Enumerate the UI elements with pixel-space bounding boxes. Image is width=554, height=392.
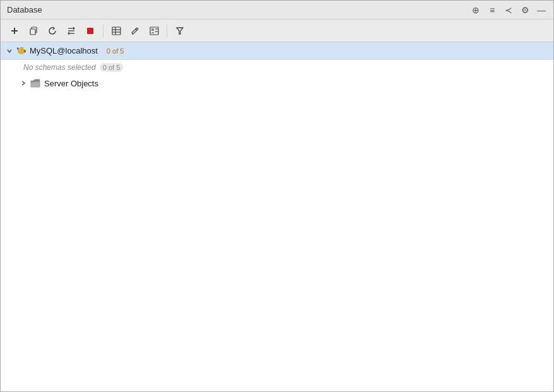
svg-rect-7 xyxy=(87,28,93,34)
toolbar xyxy=(1,20,553,42)
refresh-icon xyxy=(48,26,57,35)
svg-rect-16 xyxy=(155,28,158,30)
no-schemas-row: No schemas selected 0 of 5 xyxy=(1,60,553,75)
svg-marker-18 xyxy=(177,28,183,34)
copy-icon xyxy=(29,26,38,35)
title-bar-left: Database xyxy=(7,5,42,14)
toolbar-separator-1 xyxy=(103,25,103,37)
globe-icon[interactable]: ⊕ xyxy=(470,4,481,16)
server-objects-label: Server Objects xyxy=(44,79,98,88)
table-button[interactable] xyxy=(107,23,125,39)
database-window: Database ⊕ ≡ ≺ ⚙ — xyxy=(0,0,554,392)
table-icon xyxy=(112,26,121,35)
view-button[interactable] xyxy=(145,23,163,39)
no-schemas-text: No schemas selected xyxy=(23,63,96,72)
window-title: Database xyxy=(7,5,42,14)
connection-badge: 0 of 5 xyxy=(103,47,128,55)
filter-icon xyxy=(175,26,184,35)
add-button[interactable] xyxy=(6,23,23,39)
tree-root: MySQL@localhost 0 of 5 No schemas select… xyxy=(1,42,553,91)
settings-icon[interactable]: ⚙ xyxy=(519,4,531,16)
svg-rect-15 xyxy=(151,32,154,33)
refresh-button[interactable] xyxy=(44,23,61,39)
edit-icon xyxy=(131,26,139,35)
filter-button[interactable] xyxy=(171,23,189,39)
folder-icon xyxy=(30,78,41,88)
filter-lines-icon[interactable]: ≺ xyxy=(503,4,514,16)
minimize-icon[interactable]: — xyxy=(536,4,547,16)
no-schemas-badge: 0 of 5 xyxy=(100,63,124,72)
add-icon xyxy=(10,26,19,35)
filter-group-button[interactable] xyxy=(62,23,80,39)
content-area: MySQL@localhost 0 of 5 No schemas select… xyxy=(1,42,553,391)
server-objects-row[interactable]: Server Objects xyxy=(1,75,553,91)
svg-rect-3 xyxy=(30,29,35,35)
svg-rect-14 xyxy=(151,28,154,31)
filter-group-icon xyxy=(67,26,76,35)
view-icon xyxy=(150,26,159,35)
title-bar-right: ⊕ ≡ ≺ ⚙ — xyxy=(470,4,547,16)
edit-button[interactable] xyxy=(126,23,144,39)
connection-chevron[interactable] xyxy=(4,46,15,56)
server-objects-chevron[interactable] xyxy=(18,78,28,88)
stop-button[interactable] xyxy=(81,23,99,39)
svg-rect-17 xyxy=(155,31,158,32)
svg-rect-8 xyxy=(112,27,121,35)
connection-row[interactable]: MySQL@localhost 0 of 5 xyxy=(1,42,553,60)
list-icon[interactable]: ≡ xyxy=(486,4,498,16)
connection-label: MySQL@localhost xyxy=(30,46,98,55)
svg-point-21 xyxy=(20,50,20,50)
copy-button[interactable] xyxy=(25,23,42,39)
title-bar: Database ⊕ ≡ ≺ ⚙ — xyxy=(1,1,553,20)
toolbar-separator-2 xyxy=(167,25,167,37)
stop-icon xyxy=(86,27,94,35)
mysql-connection-icon xyxy=(16,46,27,56)
